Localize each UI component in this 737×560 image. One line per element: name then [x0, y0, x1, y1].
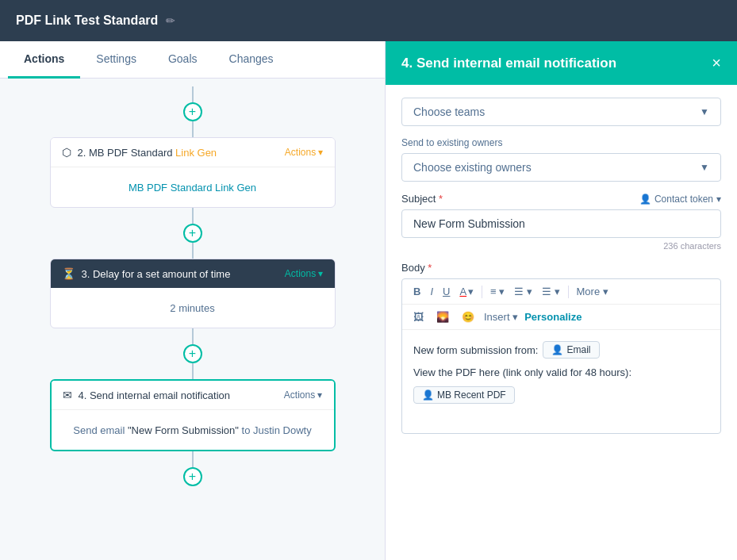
toolbar-divider-2 — [568, 286, 569, 298]
connector-line — [192, 208, 194, 224]
step-actions-btn-3[interactable]: Actions ▾ — [285, 268, 324, 279]
owners-section-label: Send to existing owners — [401, 137, 721, 148]
right-panel-header: 4. Send internal email notification × — [386, 41, 737, 85]
tab-changes[interactable]: Changes — [213, 41, 290, 79]
email-icon: ✉ — [63, 389, 72, 401]
step-body-2: MB PDF Standard Link Gen — [51, 167, 335, 207]
right-panel-content: Choose teams ▼ Send to existing owners C… — [386, 85, 737, 560]
step-body-4: Send email "New Form Submission" to Just… — [52, 410, 334, 450]
right-panel-title: 4. Send internal email notification — [401, 56, 616, 71]
subject-label: Subject * — [401, 193, 443, 205]
step-label-2: 2. MB PDF Standard Link Gen — [78, 147, 217, 159]
emoji-btn[interactable]: 😊 — [459, 309, 478, 324]
char-count: 236 characters — [401, 241, 721, 251]
teams-dropdown[interactable]: Choose teams ▼ — [401, 98, 721, 126]
tab-actions[interactable]: Actions — [8, 41, 80, 79]
numbered-btn[interactable]: ☰ ▾ — [539, 284, 563, 299]
body-field-group: Body * B I U A ▾ ≡ ▾ ☰ ▾ ☰ ▾ More ▾ — [401, 262, 721, 434]
step-header-left-2: ⬡ 2. MB PDF Standard Link Gen — [62, 146, 217, 159]
contact-token-arrow: ▾ — [716, 194, 721, 205]
more-btn[interactable]: More ▾ — [574, 284, 612, 299]
pdf-token-btn[interactable]: 👤 MB Recent PDF — [413, 386, 515, 404]
toolbar-divider — [482, 286, 482, 298]
contact-token-label: Contact token — [654, 194, 713, 205]
editor-body[interactable]: New form submission from: 👤 Email View t… — [402, 330, 720, 433]
email-token-icon: 👤 — [551, 344, 563, 355]
align-btn[interactable]: ≡ ▾ — [487, 284, 508, 299]
body-line-2: View the PDF here (link only valid for 4… — [413, 366, 709, 378]
step-card-2: ⬡ 2. MB PDF Standard Link Gen Actions ▾ … — [50, 137, 336, 208]
box-icon: ⬡ — [62, 146, 71, 159]
bold-btn[interactable]: B — [410, 284, 424, 299]
add-step-btn-2[interactable]: + — [183, 224, 202, 243]
step-body-text-3: 2 minutes — [170, 302, 214, 314]
subject-field-group: Subject * 👤 Contact token ▾ 236 characte… — [401, 193, 721, 251]
image-btn[interactable]: 🖼 — [410, 309, 427, 324]
insert-btn[interactable]: Insert ▾ — [484, 311, 518, 323]
body-line2-text: View the PDF here (link only valid for 4… — [413, 366, 631, 378]
italic-btn[interactable]: I — [427, 284, 436, 299]
connector-line — [192, 121, 194, 137]
teams-dropdown-value: Choose teams — [413, 105, 485, 118]
subject-field-row: Subject * 👤 Contact token ▾ — [401, 193, 721, 205]
owners-section: Send to existing owners Choose existing … — [401, 137, 721, 182]
close-btn[interactable]: × — [712, 54, 721, 72]
step-label-3: 3. Delay for a set amount of time — [82, 268, 231, 280]
editor-toolbar-row2: 🖼 🌄 😊 Insert ▾ Personalize — [402, 305, 720, 330]
teams-dropdown-arrow: ▼ — [700, 106, 709, 117]
email-token-btn[interactable]: 👤 Email — [543, 341, 599, 359]
step-card-3: ⏳ 3. Delay for a set amount of time Acti… — [50, 259, 336, 328]
step-actions-btn-4[interactable]: Actions ▾ — [284, 389, 323, 401]
add-step-btn-3[interactable]: + — [183, 344, 202, 363]
teams-dropdown-group: Choose teams ▼ — [401, 98, 721, 126]
tab-goals[interactable]: Goals — [152, 41, 213, 79]
tab-bar: Actions Settings Goals Changes — [0, 41, 385, 79]
step-header-left-4: ✉ 4. Send internal email notification — [63, 389, 231, 401]
step-header-2: ⬡ 2. MB PDF Standard Link Gen Actions ▾ — [51, 138, 335, 167]
step-header-left-3: ⏳ 3. Delay for a set amount of time — [62, 267, 231, 280]
add-step-btn-bottom[interactable]: + — [183, 467, 202, 486]
add-step-btn-top[interactable]: + — [183, 102, 202, 121]
connector-2-3: + — [183, 208, 202, 259]
subject-input[interactable] — [401, 209, 721, 238]
connector-line — [192, 363, 194, 379]
step-label-4: 4. Send internal email notification — [79, 389, 231, 401]
step-actions-btn-2[interactable]: Actions ▾ — [285, 147, 324, 158]
body-editor: B I U A ▾ ≡ ▾ ☰ ▾ ☰ ▾ More ▾ 🖼 — [401, 278, 721, 434]
tab-settings[interactable]: Settings — [80, 41, 152, 79]
hourglass-icon: ⏳ — [62, 267, 75, 280]
top-connector: + — [183, 86, 202, 137]
top-bar: PDF Link Test Standard ✏ — [0, 0, 737, 41]
photo-btn[interactable]: 🌄 — [433, 309, 452, 324]
contact-token-btn[interactable]: 👤 Contact token ▾ — [639, 194, 721, 205]
step-header-4: ✉ 4. Send internal email notification Ac… — [52, 381, 334, 410]
body-line-3: 👤 MB Recent PDF — [413, 386, 709, 404]
font-color-btn[interactable]: A ▾ — [456, 284, 477, 299]
step-body-3: 2 minutes — [51, 288, 335, 328]
body-line1-text: New form submission from: — [413, 344, 538, 356]
connector-line — [192, 451, 194, 467]
bottom-connector: + — [183, 451, 202, 486]
edit-icon[interactable]: ✏ — [166, 14, 175, 27]
bullet-btn[interactable]: ☰ ▾ — [511, 284, 535, 299]
owners-dropdown[interactable]: Choose existing owners ▼ — [401, 153, 721, 182]
email-token-label: Email — [566, 344, 590, 355]
body-line-1: New form submission from: 👤 Email — [413, 341, 709, 359]
owners-dropdown-arrow: ▼ — [700, 162, 709, 173]
step-header-3: ⏳ 3. Delay for a set amount of time Acti… — [51, 259, 335, 288]
connector-line — [192, 86, 194, 102]
editor-toolbar-row1: B I U A ▾ ≡ ▾ ☰ ▾ ☰ ▾ More ▾ — [402, 279, 720, 305]
step-body-text-4: Send email "New Form Submission" to Just… — [73, 424, 311, 436]
connector-3-4: + — [183, 328, 202, 379]
contact-icon: 👤 — [639, 194, 651, 205]
pdf-token-icon: 👤 — [422, 389, 434, 401]
personalize-btn[interactable]: Personalize — [524, 311, 582, 323]
underline-btn[interactable]: U — [440, 284, 453, 299]
body-label: Body * — [401, 262, 721, 274]
connector-line — [192, 328, 194, 344]
step-card-4: ✉ 4. Send internal email notification Ac… — [50, 379, 336, 451]
pdf-token-label: MB Recent PDF — [437, 389, 506, 401]
connector-line — [192, 243, 194, 259]
owners-dropdown-value: Choose existing owners — [413, 161, 532, 174]
owners-dropdown-wrapper: Choose existing owners ▼ — [401, 153, 721, 182]
